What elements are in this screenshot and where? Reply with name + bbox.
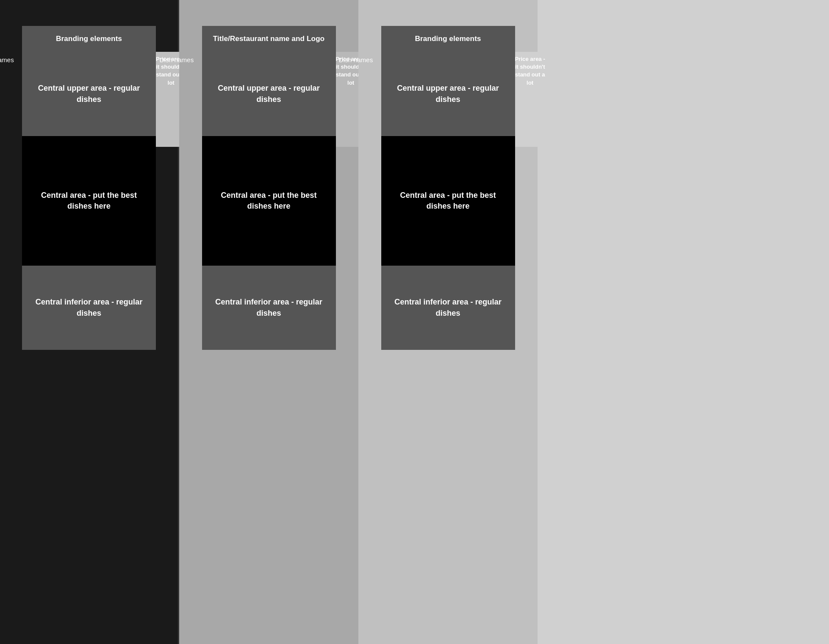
menu-card-1: Central upper area - regular dishes Cent… (22, 52, 156, 350)
central-upper-1: Central upper area - regular dishes (22, 52, 156, 136)
menu-card-wrapper-2: Dish names Price area - it shouldn't sta… (202, 52, 336, 350)
central-upper-2: Central upper area - regular dishes (202, 52, 336, 136)
branding-bar-1: Branding elements (22, 26, 156, 52)
price-area-text-3: Price area - it shouldn't stand out a lo… (515, 56, 545, 86)
panel-2: Title/Restaurant name and Logo Dish name… (179, 0, 358, 644)
menu-card-wrapper-3: Dish names Price area - it shouldn't sta… (381, 52, 515, 350)
menu-card-2: Central upper area - regular dishes Cent… (202, 52, 336, 350)
central-inferior-text-2: Central inferior area - regular dishes (211, 297, 327, 318)
central-inferior-1: Central inferior area - regular dishes (22, 266, 156, 350)
central-upper-text-1: Central upper area - regular dishes (31, 83, 147, 105)
central-main-text-1: Central area - put the best dishes here (31, 190, 147, 212)
central-inferior-2: Central inferior area - regular dishes (202, 266, 336, 350)
central-upper-text-3: Central upper area - regular dishes (390, 83, 506, 105)
menu-card-wrapper-1: Dish names Price area - it shouldn't sta… (22, 52, 156, 350)
panel-3: Branding elements Dish names Price area … (358, 0, 538, 644)
dish-names-label-2: Dish names (160, 56, 194, 63)
branding-bar-2: Title/Restaurant name and Logo (202, 26, 336, 52)
central-upper-text-2: Central upper area - regular dishes (211, 83, 327, 105)
remainder-space (538, 0, 829, 644)
central-inferior-text-1: Central inferior area - regular dishes (31, 297, 147, 318)
central-main-text-3: Central area - put the best dishes here (390, 190, 506, 212)
branding-label-3: Branding elements (415, 35, 481, 43)
central-main-text-2: Central area - put the best dishes here (211, 190, 327, 212)
dish-names-label-3: Dish names (339, 56, 373, 63)
central-main-3: Central area - put the best dishes here (381, 136, 515, 266)
central-main-1: Central area - put the best dishes here (22, 136, 156, 266)
branding-bar-3: Branding elements (381, 26, 515, 52)
central-upper-3: Central upper area - regular dishes (381, 52, 515, 136)
panel-1: Branding elements Dish names Price area … (0, 0, 179, 644)
branding-label-1: Branding elements (56, 35, 122, 43)
menu-card-3: Central upper area - regular dishes Cent… (381, 52, 515, 350)
dish-names-label-1: Dish names (0, 56, 14, 63)
central-main-2: Central area - put the best dishes here (202, 136, 336, 266)
central-inferior-3: Central inferior area - regular dishes (381, 266, 515, 350)
central-inferior-text-3: Central inferior area - regular dishes (390, 297, 506, 318)
price-area-3: Price area - it shouldn't stand out a lo… (511, 52, 550, 147)
branding-label-2: Title/Restaurant name and Logo (213, 35, 325, 43)
